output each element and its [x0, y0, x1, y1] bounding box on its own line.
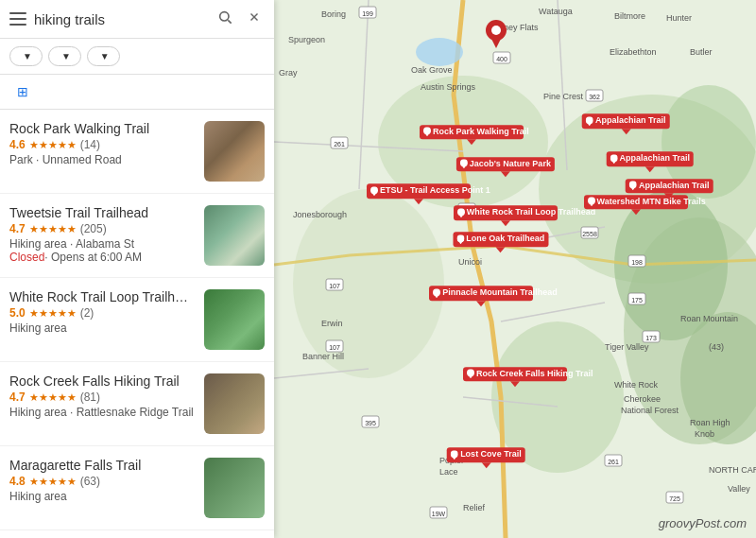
rating-number: 4.7	[9, 390, 26, 404]
pin-arrow-icon	[414, 199, 423, 204]
result-name: Rock Park Walking Trail	[9, 121, 195, 136]
result-info: Maragarette Falls Trail 4.8 ★★★★★ (63) H…	[9, 458, 195, 518]
review-count: (14)	[80, 138, 100, 151]
sort-by-filter[interactable]: ▼	[9, 46, 43, 66]
svg-text:Biltmore: Biltmore	[614, 11, 645, 21]
pin-label: Appalachian Trail	[582, 114, 670, 130]
svg-text:Cherokee: Cherokee	[624, 394, 661, 404]
result-thumbnail	[204, 373, 265, 434]
svg-text:Butler: Butler	[690, 47, 713, 57]
svg-marker-101	[468, 375, 473, 379]
pin-arrow-icon	[621, 129, 630, 134]
more-filters-button[interactable]: ⊞	[9, 80, 41, 103]
svg-marker-97	[589, 203, 594, 207]
review-count: (63)	[80, 475, 100, 488]
svg-text:Valley: Valley	[728, 484, 750, 494]
svg-text:Banner Hill: Banner Hill	[302, 352, 344, 361]
lone-oak-pin[interactable]: Lone Oak Trailhead	[453, 233, 548, 253]
etsu-pin[interactable]: ETSU - Trail Access Point 1	[367, 184, 471, 205]
svg-text:Roan Mountain: Roan Mountain	[680, 314, 738, 323]
pin-label: Rock Park Walking Trail	[420, 125, 524, 140]
rating-number: 5.0	[9, 306, 26, 320]
result-rating-row: 4.7 ★★★★★ (205)	[9, 222, 195, 235]
search-input-wrap	[34, 11, 206, 27]
svg-text:National Forest: National Forest	[621, 406, 679, 415]
svg-text:Tiger Valley: Tiger Valley	[605, 342, 649, 352]
result-meta1: Hiking area	[9, 490, 195, 503]
result-item-rock-park[interactable]: Rock Park Walking Trail 4.6 ★★★★★ (14) P…	[0, 110, 274, 194]
pin-label: Appalachian Trail	[626, 179, 713, 194]
menu-icon[interactable]	[9, 12, 26, 26]
svg-text:Pine Crest: Pine Crest	[543, 92, 584, 101]
result-name: Maragarette Falls Trail	[9, 458, 195, 473]
result-meta1: Hiking area · Rattlesnake Ridge Trail	[9, 406, 195, 419]
svg-marker-87	[458, 214, 464, 217]
result-name: Tweetsie Trail Trailhead	[9, 205, 195, 220]
pin-label: Lost Cove Trail	[447, 447, 525, 462]
rating-number: 4.6	[9, 138, 26, 151]
result-info: Tweetsie Trail Trailhead 4.7 ★★★★★ (205)…	[9, 205, 195, 266]
result-rating-row: 4.8 ★★★★★ (63)	[9, 475, 195, 488]
result-name: Rock Creek Falls Hiking Trail	[9, 373, 195, 389]
pin-arrow-icon	[631, 210, 641, 216]
rock-creek-pin[interactable]: Rock Creek Falls Hiking Trail	[463, 367, 567, 388]
svg-text:Elizabethton: Elizabethton	[610, 47, 657, 57]
result-rating-row: 4.7 ★★★★★ (81)	[9, 390, 195, 404]
svg-text:Erwin: Erwin	[321, 319, 343, 328]
sort-arrow-icon: ▼	[23, 51, 32, 61]
svg-text:Boring: Boring	[321, 9, 346, 19]
result-item-white-rock[interactable]: White Rock Trail Loop Trailhead 5.0 ★★★★…	[0, 278, 274, 362]
watershed-pin[interactable]: Watershed MTN Bike Trails	[584, 195, 688, 216]
top-pin[interactable]	[486, 20, 507, 48]
pin-label: Watershed MTN Bike Trails	[584, 195, 688, 210]
result-thumbnail	[204, 121, 265, 182]
pin-label: ETSU - Trail Access Point 1	[367, 184, 471, 200]
stars-icon: ★★★★★	[29, 139, 77, 151]
svg-text:Spurgeon: Spurgeon	[288, 35, 325, 44]
rating-number: 4.8	[9, 475, 26, 488]
lost-cove-pin[interactable]: Lost Cove Trail	[447, 447, 525, 468]
stars-icon: ★★★★★	[29, 307, 77, 320]
pin-label: White Rock Trail Loop Trailhead	[454, 205, 558, 220]
more-filters-bar: ⊞	[0, 75, 274, 110]
svg-text:Unicoi: Unicoi	[458, 257, 482, 267]
svg-marker-81	[424, 133, 430, 137]
svg-point-20	[416, 38, 463, 66]
svg-text:362: 362	[589, 94, 600, 100]
svg-marker-89	[457, 240, 463, 244]
rating-filter[interactable]: ▼	[48, 46, 81, 66]
result-info: White Rock Trail Loop Trailhead 5.0 ★★★★…	[9, 289, 195, 350]
map-area[interactable]: Boring Spurgeon Gray Austin Springs Pine…	[274, 0, 756, 538]
result-info: Rock Park Walking Trail 4.6 ★★★★★ (14) P…	[9, 121, 195, 182]
result-item-rock-creek[interactable]: Rock Creek Falls Hiking Trail 4.7 ★★★★★ …	[0, 362, 274, 446]
appalachian1-pin[interactable]: Appalachian Trail	[582, 114, 670, 135]
result-item-tweetsie[interactable]: Tweetsie Trail Trailhead 4.7 ★★★★★ (205)…	[0, 194, 274, 278]
svg-text:19W: 19W	[432, 511, 446, 517]
svg-text:Knob: Knob	[695, 429, 714, 439]
result-item-maragarette[interactable]: Maragarette Falls Trail 4.8 ★★★★★ (63) H…	[0, 446, 274, 530]
search-input[interactable]	[34, 11, 206, 27]
svg-text:Watauga: Watauga	[539, 7, 573, 16]
clear-button[interactable]	[244, 9, 265, 29]
result-meta1: Park · Unnamed Road	[9, 153, 195, 166]
svg-text:NORTH CAROLINA: NORTH CAROLINA	[709, 465, 756, 475]
pin-label: Lone Oak Trailhead	[453, 233, 548, 248]
pinnacle-pin[interactable]: Pinnacle Mountain Trailhead	[429, 286, 533, 307]
search-button[interactable]	[214, 8, 236, 30]
svg-point-0	[220, 12, 229, 21]
white-rock-pin[interactable]: White Rock Trail Loop Trailhead	[454, 205, 558, 226]
svg-text:Relief: Relief	[463, 503, 486, 512]
pin-arrow-icon	[501, 172, 510, 178]
rock-park-pin[interactable]: Rock Park Walking Trail	[420, 125, 524, 146]
svg-text:Hunter: Hunter	[666, 13, 692, 23]
svg-text:White Rock: White Rock	[614, 380, 659, 390]
pin-arrow-icon	[501, 220, 510, 226]
svg-text:Jonesborough: Jonesborough	[293, 210, 347, 219]
pin-arrow-icon	[645, 166, 655, 172]
appalachian2-pin[interactable]: Appalachian Trail	[607, 151, 695, 172]
result-thumbnail	[204, 205, 265, 266]
result-rating-row: 5.0 ★★★★★ (2)	[9, 306, 195, 320]
result-meta1: Hiking area	[9, 321, 195, 335]
jacobs-pin[interactable]: Jacob's Nature Park	[456, 157, 555, 178]
hours-filter[interactable]: ▼	[87, 46, 120, 66]
